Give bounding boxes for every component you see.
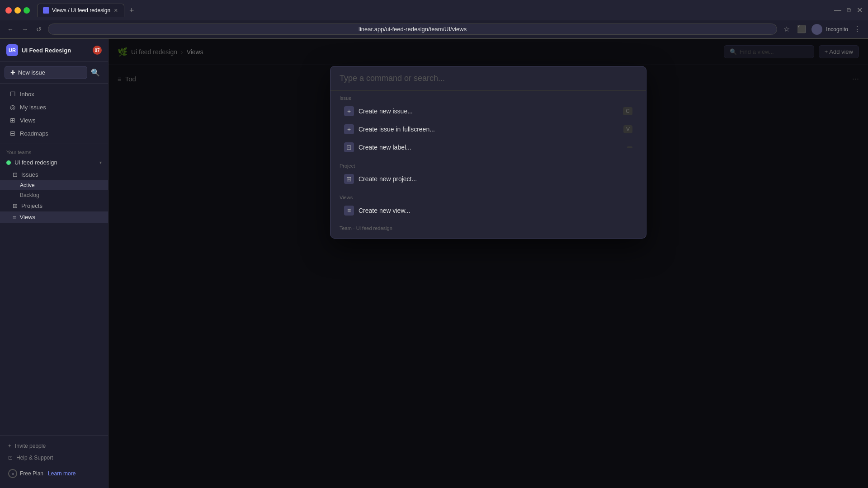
issue-section-label: Issue	[340, 95, 637, 101]
minimize-icon[interactable]: —	[834, 6, 841, 14]
extension-icon[interactable]: ⬛	[795, 23, 808, 35]
create-new-label-item[interactable]: ⊡ Create new label...	[340, 139, 637, 156]
browser-titlebar: Views / Ui feed redesign × + — ⧉ ✕	[0, 0, 868, 20]
command-search-input[interactable]	[340, 74, 637, 83]
create-new-view-item[interactable]: ≡ Create new view...	[340, 202, 637, 219]
workspace-name: UI Feed Redesign	[22, 47, 71, 54]
tree-subitem-active[interactable]: Active	[0, 180, 108, 190]
tree-item-views[interactable]: ≡ Views	[0, 211, 108, 223]
refresh-button[interactable]: ↺	[34, 24, 43, 35]
my-issues-label: My issues	[20, 104, 46, 111]
maximize-window-button[interactable]	[24, 7, 30, 14]
incognito-label: Incognito	[826, 26, 848, 33]
sidebar-item-my-issues[interactable]: ◎ My issues	[3, 101, 105, 113]
search-button[interactable]: 🔍	[87, 66, 104, 80]
roadmaps-icon: ⊟	[9, 130, 16, 137]
create-issue-fullscreen-item[interactable]: + Create issue in fullscreen... V	[340, 121, 637, 138]
views-tree-icon: ≡	[13, 214, 16, 221]
projects-tree-label: Projects	[21, 202, 42, 209]
team-name: Ui feed redesign	[14, 159, 57, 166]
create-label-icon: ⊡	[344, 142, 354, 152]
create-fullscreen-shortcut: V	[623, 125, 632, 133]
team-expand-icon: ▾	[99, 160, 102, 165]
command-section-issue: Issue + Create new issue... C + Create i…	[330, 91, 646, 159]
active-tab[interactable]: Views / Ui feed redesign ×	[37, 4, 124, 17]
back-button[interactable]: ←	[5, 24, 15, 35]
tab-favicon	[43, 7, 49, 14]
team-item-ui-feed[interactable]: Ui feed redesign ▾	[0, 157, 108, 168]
app-container: UR UI Feed Redesign 07 ✚ New issue 🔍 ☐ I…	[0, 39, 868, 488]
command-footer-section: Team - Ui feed redesign	[330, 222, 646, 238]
views-section-label: Views	[340, 195, 637, 200]
sidebar-header: UR UI Feed Redesign 07	[0, 39, 108, 62]
create-fullscreen-left: + Create issue in fullscreen...	[344, 124, 435, 134]
sidebar-item-views[interactable]: ⊞ Views	[3, 114, 105, 127]
forward-button[interactable]: →	[20, 24, 30, 35]
notification-badge[interactable]: 07	[93, 46, 102, 55]
command-palette-overlay[interactable]: Issue + Create new issue... C + Create i…	[108, 39, 868, 488]
profile-icon[interactable]	[811, 24, 822, 35]
views-icon: ⊞	[9, 117, 16, 124]
close-icon[interactable]: ✕	[857, 6, 863, 14]
tree-item-projects[interactable]: ⊞ Projects	[0, 200, 108, 211]
free-plan-section: ○ Free Plan Learn more	[5, 465, 104, 482]
bookmark-icon[interactable]: ☆	[782, 23, 792, 35]
learn-more-link[interactable]: Learn more	[48, 470, 75, 477]
issues-tree-icon: ⊡	[13, 171, 18, 178]
minimize-window-button[interactable]	[14, 7, 21, 14]
sidebar-item-inbox[interactable]: ☐ Inbox	[3, 88, 105, 100]
browser-controls	[5, 7, 30, 14]
command-search-area	[330, 66, 646, 91]
create-issue-shortcut: C	[623, 107, 632, 115]
create-fullscreen-plus-icon: +	[344, 124, 354, 134]
tree-subitem-backlog[interactable]: Backlog	[0, 190, 108, 200]
help-support-item[interactable]: ⊡ Help & Support	[5, 452, 104, 464]
workspace-info: UR UI Feed Redesign	[6, 44, 71, 56]
restore-icon[interactable]: ⧉	[847, 6, 851, 14]
tree-items: ⊡ Issues Active Backlog ⊞ Projects ≡ Vie…	[0, 168, 108, 224]
close-window-button[interactable]	[5, 7, 12, 14]
issues-tree-label: Issues	[21, 171, 38, 178]
create-new-issue-label: Create new issue...	[359, 108, 413, 115]
create-view-label: Create new view...	[359, 207, 410, 214]
url-text: linear.app/ui-feed-redesign/team/UI/view…	[359, 26, 467, 33]
search-icon: 🔍	[91, 69, 100, 76]
create-project-label: Create new project...	[359, 175, 417, 183]
free-plan-icon: ○	[8, 469, 17, 478]
backlog-label: Backlog	[20, 192, 39, 198]
roadmaps-label: Roadmaps	[20, 130, 48, 137]
inbox-icon: ☐	[9, 90, 16, 98]
tab-close-icon[interactable]: ×	[113, 7, 118, 14]
my-issues-icon: ◎	[9, 103, 16, 111]
command-palette: Issue + Create new issue... C + Create i…	[330, 66, 646, 239]
your-teams-label: Your teams	[0, 150, 108, 155]
create-view-left: ≡ Create new view...	[344, 206, 410, 216]
tree-item-issues[interactable]: ⊡ Issues	[0, 169, 108, 180]
create-new-project-item[interactable]: ⊞ Create new project...	[340, 170, 637, 188]
new-tab-button[interactable]: +	[125, 4, 138, 17]
views-label: Views	[20, 117, 35, 124]
sidebar: UR UI Feed Redesign 07 ✚ New issue 🔍 ☐ I…	[0, 39, 108, 488]
invite-people-item[interactable]: + Invite people	[5, 440, 104, 452]
create-new-issue-item[interactable]: + Create new issue... C	[340, 103, 637, 120]
views-tree-label: Views	[20, 214, 35, 221]
browser-tabs: Views / Ui feed redesign × +	[33, 4, 830, 17]
new-issue-plus-icon: ✚	[10, 69, 15, 76]
new-issue-button[interactable]: ✚ New issue	[5, 66, 87, 79]
team-status-dot	[6, 160, 11, 165]
tab-title: Views / Ui feed redesign	[52, 7, 110, 14]
more-options-icon[interactable]: ⋮	[852, 23, 863, 35]
main-content: 🌿 Ui feed redesign › Views 🔍 Find a view…	[108, 39, 868, 488]
free-plan-label: Free Plan	[20, 470, 43, 477]
invite-label: Invite people	[15, 443, 46, 449]
create-issue-plus-icon: +	[344, 106, 354, 116]
help-icon: ⊡	[8, 455, 13, 461]
help-label: Help & Support	[16, 455, 53, 461]
address-bar[interactable]: linear.app/ui-feed-redesign/team/UI/view…	[48, 23, 777, 35]
command-footer-label: Team - Ui feed redesign	[340, 225, 637, 231]
sidebar-item-roadmaps[interactable]: ⊟ Roadmaps	[3, 127, 105, 140]
projects-tree-icon: ⊞	[13, 202, 18, 209]
inbox-label: Inbox	[20, 91, 34, 98]
sidebar-footer: + Invite people ⊡ Help & Support ○ Free …	[0, 435, 108, 488]
create-label-text: Create new label...	[359, 144, 411, 151]
